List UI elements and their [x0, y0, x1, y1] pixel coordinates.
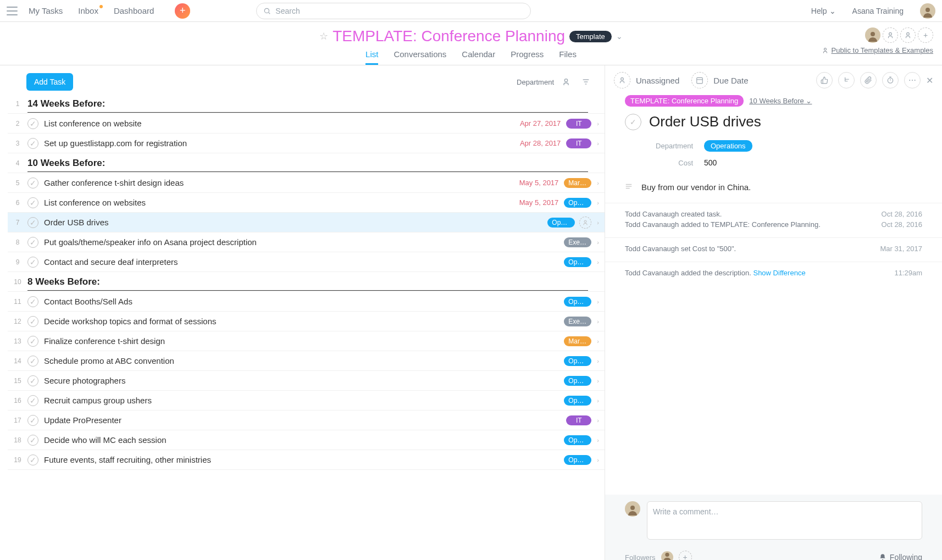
- complete-check-icon[interactable]: ✓: [27, 356, 38, 367]
- complete-check-icon[interactable]: ✓: [27, 435, 38, 446]
- comment-input[interactable]: Write a comment…: [647, 501, 922, 540]
- nav-my-tasks[interactable]: My Tasks: [29, 6, 63, 15]
- task-name: Contact and secure deaf interpreters: [44, 257, 564, 267]
- task-tag: Oper…: [564, 257, 591, 267]
- section-header[interactable]: 14 Weeks Before:: [27, 95, 588, 113]
- complete-check-icon[interactable]: ✓: [27, 415, 38, 426]
- task-row[interactable]: 16✓Recruit campus group ushersOper…›: [8, 391, 605, 411]
- chevron-right-icon: ›: [597, 378, 599, 384]
- section-link[interactable]: 10 Weeks Before ⌄: [749, 97, 812, 105]
- svg-rect-13: [697, 77, 703, 84]
- complete-check-icon[interactable]: ✓: [27, 197, 38, 208]
- complete-check-icon[interactable]: ✓: [27, 316, 38, 327]
- task-tag: Oper…: [564, 455, 591, 465]
- member-avatar[interactable]: [865, 27, 880, 43]
- more-icon[interactable]: ⋯: [904, 72, 921, 88]
- complete-check-icon[interactable]: ✓: [27, 118, 38, 129]
- workspace-name[interactable]: Asana Training: [852, 7, 904, 15]
- nav-dashboard[interactable]: Dashboard: [114, 6, 154, 15]
- task-row[interactable]: 9✓Contact and secure deaf interpretersOp…: [8, 252, 605, 272]
- search-input[interactable]: Search: [256, 3, 531, 19]
- add-task-button[interactable]: Add Task: [26, 73, 73, 91]
- task-row[interactable]: 13✓Finalize conference t-shirt designMar…: [8, 331, 605, 351]
- add-member-plus-icon[interactable]: +: [918, 27, 933, 43]
- complete-check-icon[interactable]: ✓: [27, 375, 38, 386]
- project-menu-chevron[interactable]: ⌄: [616, 32, 623, 41]
- project-visibility-link[interactable]: Public to Templates & Examples: [823, 46, 933, 54]
- tab-list[interactable]: List: [365, 49, 378, 65]
- complete-check-icon[interactable]: ✓: [27, 138, 38, 149]
- following-button[interactable]: Following: [879, 553, 922, 560]
- due-date-icon[interactable]: [691, 72, 708, 88]
- add-member-icon[interactable]: [883, 27, 898, 43]
- filter-icon[interactable]: [578, 74, 594, 90]
- tab-progress[interactable]: Progress: [511, 49, 544, 65]
- task-row[interactable]: 7✓Order USB drivesOper…›: [8, 213, 605, 232]
- complete-check-icon[interactable]: ✓: [27, 336, 38, 347]
- help-menu[interactable]: Help⌄: [811, 7, 836, 15]
- chevron-right-icon: ›: [597, 199, 599, 206]
- task-tag: Oper…: [564, 435, 591, 445]
- follower-avatar[interactable]: [661, 551, 673, 560]
- field-value-cost[interactable]: 500: [704, 158, 717, 167]
- task-row[interactable]: 15✓Secure photographersOper…›: [8, 371, 605, 391]
- task-row[interactable]: 14✓Schedule promo at ABC conventionOper……: [8, 351, 605, 371]
- project-pill[interactable]: TEMPLATE: Conference Planning: [625, 95, 744, 107]
- complete-check-icon[interactable]: ✓: [27, 395, 38, 406]
- tab-conversations[interactable]: Conversations: [394, 49, 446, 65]
- section-header[interactable]: 8 Weeks Before:: [27, 273, 588, 291]
- complete-check-icon[interactable]: ✓: [27, 454, 38, 465]
- task-row[interactable]: 3✓Set up guestlistapp.com for registrati…: [8, 134, 605, 153]
- complete-check-icon[interactable]: ✓: [27, 237, 38, 248]
- nav-inbox[interactable]: Inbox: [78, 6, 98, 15]
- field-value-department[interactable]: Operations: [704, 140, 752, 152]
- close-icon[interactable]: ✕: [926, 75, 933, 86]
- task-row[interactable]: 12✓Decide workshop topics and format of …: [8, 312, 605, 331]
- task-row[interactable]: 2✓List conference on websiteApr 27, 2017…: [8, 114, 605, 134]
- task-name: Set up guestlistapp.com for registration: [44, 138, 520, 148]
- chevron-right-icon: ›: [597, 120, 599, 127]
- tab-files[interactable]: Files: [559, 49, 577, 65]
- assignee-label[interactable]: Unassigned: [636, 76, 679, 85]
- chevron-right-icon: ›: [597, 457, 599, 463]
- add-follower-icon[interactable]: +: [679, 551, 692, 560]
- sort-label[interactable]: Department: [517, 78, 554, 86]
- add-button[interactable]: +: [175, 3, 190, 19]
- followers-label: Followers: [625, 553, 656, 561]
- chevron-right-icon: ›: [597, 397, 599, 404]
- assignee-placeholder-icon[interactable]: [614, 72, 630, 88]
- assign-icon[interactable]: [579, 217, 591, 229]
- due-date-label[interactable]: Due Date: [713, 76, 748, 85]
- person-filter-icon[interactable]: [558, 74, 574, 90]
- task-row[interactable]: 17✓Update ProPresenterIT›: [8, 411, 605, 430]
- star-icon[interactable]: ☆: [319, 30, 328, 42]
- task-row[interactable]: 19✓Future events, staff recruiting, othe…: [8, 450, 605, 470]
- svg-point-20: [665, 553, 669, 557]
- chevron-right-icon: ›: [597, 318, 599, 325]
- task-row[interactable]: 18✓Decide who will MC each sessionOper…›: [8, 430, 605, 450]
- task-row[interactable]: 5✓Gather conference t-shirt design ideas…: [8, 173, 605, 193]
- complete-check-icon[interactable]: ✓: [27, 217, 38, 228]
- tab-calendar[interactable]: Calendar: [462, 49, 495, 65]
- task-title[interactable]: Order USB drives: [649, 113, 761, 130]
- show-difference-link[interactable]: Show Difference: [753, 269, 805, 277]
- complete-check-icon[interactable]: ✓: [27, 296, 38, 307]
- task-description[interactable]: Buy from our vendor in China.: [641, 182, 751, 192]
- task-row[interactable]: 8✓Put goals/theme/speaker info on Asana …: [8, 232, 605, 252]
- section-header[interactable]: 10 Weeks Before:: [27, 154, 588, 172]
- menu-icon[interactable]: [7, 7, 18, 15]
- user-avatar[interactable]: [920, 3, 935, 19]
- activity-log: Todd Cavanaugh added the description. Sh…: [605, 262, 942, 286]
- task-name: Update ProPresenter: [44, 415, 566, 425]
- attachment-icon[interactable]: [860, 72, 877, 88]
- complete-check-icon[interactable]: ✓: [27, 257, 38, 268]
- complete-check-icon[interactable]: ✓: [27, 178, 38, 188]
- task-row[interactable]: 6✓List conference on websitesMay 5, 2017…: [8, 193, 605, 213]
- like-icon[interactable]: [816, 72, 833, 88]
- timer-icon[interactable]: [882, 72, 899, 88]
- add-member-icon[interactable]: [900, 27, 916, 43]
- complete-check-icon[interactable]: ✓: [625, 114, 641, 130]
- task-name: List conference on website: [44, 119, 520, 128]
- task-row[interactable]: 11✓Contact Booths/Sell AdsOper…›: [8, 292, 605, 312]
- subtask-icon[interactable]: [838, 72, 855, 88]
